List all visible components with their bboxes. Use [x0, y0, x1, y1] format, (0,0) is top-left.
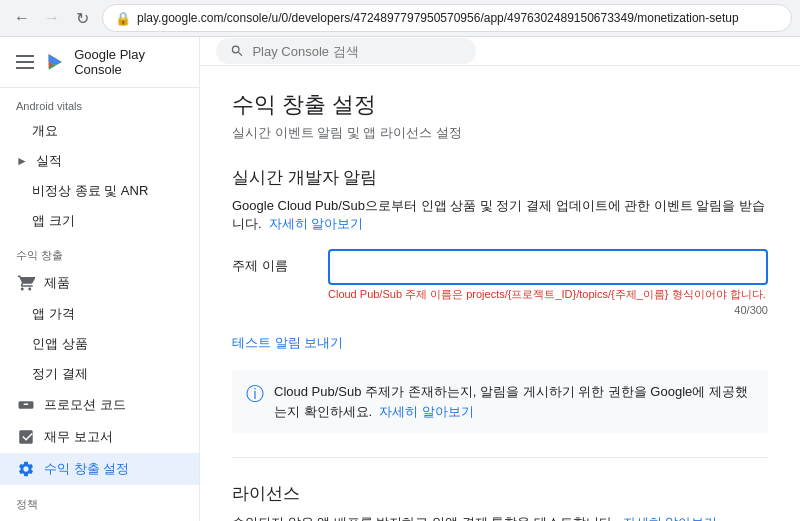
section2-title: 라이선스 [232, 482, 768, 505]
sidebar-item-overview[interactable]: 개요 [0, 116, 199, 146]
license-desc1: 승인되지 않은 앱 배포를 방지하고 인앱 결제 통합을 테스트합니다. 자세히… [232, 513, 768, 521]
sidebar-item-label: 실적 [36, 152, 62, 170]
reload-button[interactable]: ↻ [68, 4, 96, 32]
sidebar-item-promo[interactable]: 프로모션 코드 [0, 389, 199, 421]
search-icon [230, 43, 244, 59]
forward-button[interactable]: → [38, 4, 66, 32]
sidebar-item-finance[interactable]: 재무 보고서 [0, 421, 199, 453]
search-bar-top [200, 37, 800, 66]
test-notification-button[interactable]: 테스트 알림 보내기 [232, 328, 343, 358]
svg-rect-2 [16, 67, 34, 69]
monetization-setup-label: 수익 창출 설정 [44, 460, 129, 478]
sidebar-item-monetization-setup[interactable]: 수익 창출 설정 [0, 453, 199, 485]
app-container: Google Play Console Android vitals 개요 ► … [0, 37, 800, 521]
sidebar-header: Google Play Console [0, 37, 199, 88]
section2-learn-more[interactable]: 자세히 알아보기 [623, 515, 718, 521]
section-android-vitals-label: Android vitals [0, 88, 199, 116]
info-text: Cloud Pub/Sub 주제가 존재하는지, 알림을 게시하기 위한 권한을… [274, 384, 748, 419]
address-bar[interactable]: 🔒 play.google.com/console/u/0/developers… [102, 4, 792, 32]
sidebar-item-iap[interactable]: 인앱 상품 [0, 329, 199, 359]
finance-icon [16, 427, 36, 447]
page-title: 수익 창출 설정 [232, 90, 768, 120]
promo-label: 프로모션 코드 [44, 396, 126, 414]
info-box: ⓘ Cloud Pub/Sub 주제가 존재하는지, 알림을 게시하기 위한 권… [232, 370, 768, 433]
back-button[interactable]: ← [8, 4, 36, 32]
lock-icon: 🔒 [115, 11, 131, 26]
expand-arrow-icon: ► [16, 154, 28, 168]
play-logo: Google Play Console [46, 47, 187, 77]
form-label: 주제 이름 [232, 249, 312, 275]
sidebar-item-size[interactable]: 앱 크기 [0, 206, 199, 236]
field-error: Cloud Pub/Sub 주제 이름은 projects/{프로젝트_ID}/… [328, 287, 768, 302]
sidebar: Google Play Console Android vitals 개요 ► … [0, 37, 200, 521]
form-row: 주제 이름 Cloud Pub/Sub 주제 이름은 projects/{프로젝… [232, 249, 768, 316]
sidebar-title: Google Play Console [74, 47, 187, 77]
cart-icon [16, 273, 36, 293]
info-text-wrap: Cloud Pub/Sub 주제가 존재하는지, 알림을 게시하기 위한 권한을… [274, 382, 754, 421]
info-learn-more[interactable]: 자세히 알아보기 [379, 404, 474, 419]
nav-buttons: ← → ↻ [8, 4, 96, 32]
info-icon: ⓘ [246, 382, 264, 406]
test-btn-wrapper: 테스트 알림 보내기 [232, 328, 343, 358]
section-divider [232, 457, 768, 458]
topic-name-input[interactable] [328, 249, 768, 285]
products-label: 제품 [44, 274, 70, 292]
hamburger-button[interactable] [12, 48, 38, 76]
browser-chrome: ← → ↻ 🔒 play.google.com/console/u/0/deve… [0, 0, 800, 37]
section1-description: Google Cloud Pub/Sub으로부터 인앱 상품 및 정기 결제 업… [232, 197, 768, 233]
page-body: 수익 창출 설정 실시간 이벤트 알림 및 앱 라이선스 설정 실시간 개발자 … [200, 66, 800, 521]
char-count: 40/300 [328, 304, 768, 316]
sidebar-item-products[interactable]: 제품 [0, 267, 199, 299]
form-field-wrap: Cloud Pub/Sub 주제 이름은 projects/{프로젝트_ID}/… [328, 249, 768, 316]
sidebar-item-pricing[interactable]: 앱 가격 [0, 299, 199, 329]
browser-toolbar: ← → ↻ 🔒 play.google.com/console/u/0/deve… [0, 0, 800, 36]
finance-label: 재무 보고서 [44, 428, 113, 446]
section1-title: 실시간 개발자 알림 [232, 166, 768, 189]
sidebar-item-subscriptions[interactable]: 정기 결제 [0, 359, 199, 389]
promo-icon [16, 395, 36, 415]
play-store-icon [46, 50, 68, 74]
svg-rect-0 [16, 55, 34, 57]
settings-icon [16, 459, 36, 479]
sidebar-item-policy-status[interactable]: 정책 상태 [0, 516, 199, 521]
search-wrap[interactable] [216, 38, 476, 64]
url-text: play.google.com/console/u/0/developers/4… [137, 11, 739, 25]
page-subtitle: 실시간 이벤트 알림 및 앱 라이선스 설정 [232, 124, 768, 142]
sidebar-item-crash[interactable]: 비정상 종료 및 ANR [0, 176, 199, 206]
section1-learn-more[interactable]: 자세히 알아보기 [269, 216, 364, 231]
section-monetization-label: 수익 창출 [0, 236, 199, 267]
section-policy-label: 정책 [0, 485, 199, 516]
content-area: 수익 창출 설정 실시간 이벤트 알림 및 앱 라이선스 설정 실시간 개발자 … [200, 37, 800, 521]
svg-rect-1 [16, 61, 34, 63]
search-input[interactable] [252, 44, 462, 59]
sidebar-item-launch[interactable]: ► 실적 [0, 146, 199, 176]
